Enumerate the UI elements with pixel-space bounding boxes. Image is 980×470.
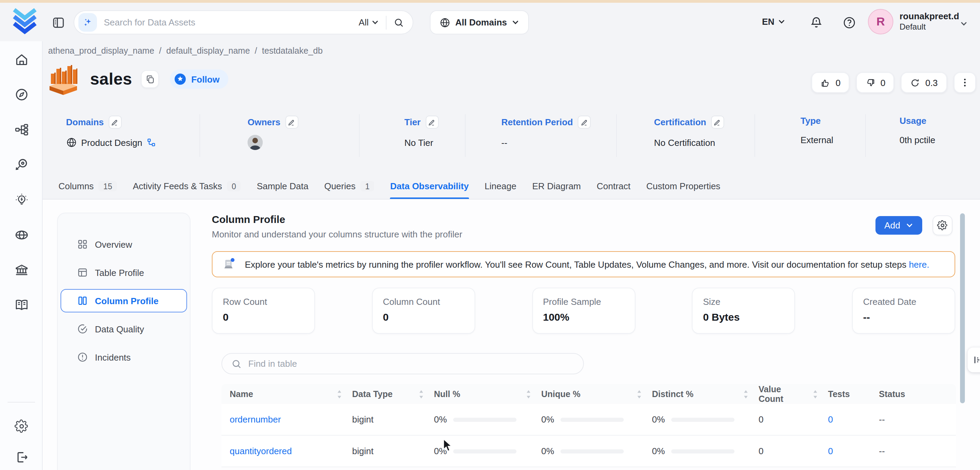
meta-label: Retention Period: [501, 116, 591, 129]
subdomain-icon[interactable]: [146, 138, 156, 147]
column-header-unique[interactable]: Unique %: [541, 389, 652, 399]
cell-data-type: bigint: [352, 446, 434, 456]
notifications-bell-icon[interactable]: [809, 15, 824, 30]
rail-top-items: [0, 52, 43, 312]
sort-icon[interactable]: [812, 389, 818, 399]
sort-icon[interactable]: [743, 389, 749, 399]
help-icon[interactable]: [842, 15, 857, 30]
breadcrumb-item[interactable]: testdatalake_db: [262, 46, 323, 56]
more-actions-button[interactable]: [953, 72, 975, 93]
profile-nav-incidents[interactable]: Incidents: [60, 346, 187, 369]
tab-columns[interactable]: Columns15: [59, 174, 117, 199]
edit-tier-button[interactable]: [425, 116, 438, 129]
all-domains-button[interactable]: All Domains: [430, 10, 529, 34]
add-button[interactable]: Add: [875, 216, 922, 235]
tab-label: Data Observability: [390, 181, 469, 191]
stat-card-row-count: Row Count0: [212, 288, 315, 334]
tab-contract[interactable]: Contract: [597, 174, 630, 199]
banner-docs-link[interactable]: here.: [909, 259, 929, 269]
edit-owners-button[interactable]: [285, 116, 298, 129]
rail-item-observability[interactable]: [14, 157, 29, 172]
column-header-value-count[interactable]: Value Count: [759, 384, 828, 404]
copy-name-button[interactable]: [141, 70, 159, 88]
downvote-button[interactable]: 0: [856, 72, 894, 93]
column-header-distinct[interactable]: Distinct %: [652, 389, 759, 399]
tab-queries[interactable]: Queries1: [324, 174, 374, 199]
profile-nav-column-profile[interactable]: Column Profile: [60, 289, 187, 312]
side-panel-toggle[interactable]: [967, 347, 980, 372]
sort-icon[interactable]: [636, 389, 642, 399]
edit-certification-button[interactable]: [711, 116, 724, 129]
meta-usage: Usage0th pctile: [899, 116, 935, 147]
user-menu[interactable]: R rounakpreet.d Default: [868, 9, 959, 34]
sort-icon[interactable]: [525, 389, 531, 399]
column-header-data-type[interactable]: Data Type: [352, 389, 434, 399]
cell-tests: 0: [828, 446, 879, 456]
page-title: sales: [90, 70, 132, 89]
pct-meter: [560, 449, 624, 453]
vertical-scrollbar[interactable]: [960, 213, 965, 403]
find-in-table-input[interactable]: [248, 358, 574, 369]
rail-item-logout[interactable]: [14, 449, 29, 465]
side-panel-icon: [971, 354, 980, 365]
column-header-name[interactable]: Name: [221, 389, 352, 399]
language-dropdown[interactable]: EN: [762, 16, 785, 27]
rail-item-explore[interactable]: [14, 87, 29, 102]
column-name-link[interactable]: ordernumber: [230, 414, 281, 425]
cell-distinct: 0%: [652, 414, 759, 425]
rail-item-glossary[interactable]: [14, 297, 29, 312]
version-button[interactable]: 0.3: [901, 72, 947, 93]
divider: [754, 114, 755, 157]
profile-nav-overview[interactable]: Overview: [60, 233, 187, 256]
tests-link[interactable]: 0: [828, 414, 833, 425]
profile-stats-row: Row Count0Column Count0Profile Sample100…: [212, 288, 955, 334]
thumbs-down-icon: [865, 77, 875, 88]
meta-value: [248, 135, 298, 150]
rail-item-domains[interactable]: [14, 227, 29, 242]
upvote-button[interactable]: 0: [811, 72, 850, 93]
column-header-null[interactable]: Null %: [434, 389, 541, 399]
search-input[interactable]: [104, 17, 359, 27]
chevron-down-icon[interactable]: [960, 20, 967, 27]
edit-retention-period-button[interactable]: [578, 116, 591, 129]
stat-card-profile-sample: Profile Sample100%: [532, 288, 635, 334]
global-search-bar[interactable]: All: [73, 10, 413, 34]
owner-avatar[interactable]: [248, 135, 263, 150]
rail-item-settings[interactable]: [14, 418, 29, 433]
brand-logo-icon[interactable]: [11, 8, 38, 36]
tab-custom-properties[interactable]: Custom Properties: [646, 174, 721, 199]
edit-domains-button[interactable]: [109, 116, 122, 129]
search-icon[interactable]: [393, 17, 404, 28]
profiler-settings-button[interactable]: [932, 215, 953, 235]
breadcrumb-item[interactable]: athena_prod_display_name: [48, 46, 154, 56]
rail-item-home[interactable]: [14, 52, 29, 67]
follow-star-icon: [174, 73, 186, 85]
rail-item-lineage[interactable]: [14, 122, 29, 137]
tests-link[interactable]: 0: [828, 446, 833, 456]
tab-data-observability[interactable]: Data Observability: [390, 174, 469, 199]
nav-item-label: Overview: [95, 239, 132, 249]
rail-item-insights[interactable]: [14, 192, 29, 207]
profile-nav-data-quality[interactable]: Data Quality: [60, 317, 187, 341]
globe-icon: [439, 17, 450, 28]
meta-value: No Certification: [654, 135, 724, 150]
tab-er-diagram[interactable]: ER Diagram: [532, 174, 581, 199]
tab-sample-data[interactable]: Sample Data: [257, 174, 309, 199]
sidebar-toggle-icon[interactable]: [51, 15, 66, 30]
sort-icon[interactable]: [418, 389, 424, 399]
meta-value: Product Design: [66, 135, 156, 150]
tab-lineage[interactable]: Lineage: [485, 174, 517, 199]
search-scope-dropdown[interactable]: All: [359, 17, 379, 27]
follow-button[interactable]: Follow: [170, 70, 228, 89]
breadcrumb-item[interactable]: default_display_name: [166, 46, 250, 56]
find-in-table[interactable]: [221, 353, 584, 374]
column-name-link[interactable]: quantityordered: [230, 446, 292, 456]
app-root: All All Domains EN R rounakpreet.d Defau…: [0, 0, 980, 470]
stat-card-column-count: Column Count0: [372, 288, 475, 334]
sort-icon[interactable]: [336, 389, 342, 399]
meta-value-text: No Tier: [404, 137, 433, 148]
rail-item-governance[interactable]: [14, 262, 29, 277]
chevron-down-icon: [906, 221, 913, 229]
profile-nav-table-profile[interactable]: Table Profile: [60, 261, 187, 284]
tab-activity-feeds-tasks[interactable]: Activity Feeds & Tasks0: [133, 174, 241, 199]
